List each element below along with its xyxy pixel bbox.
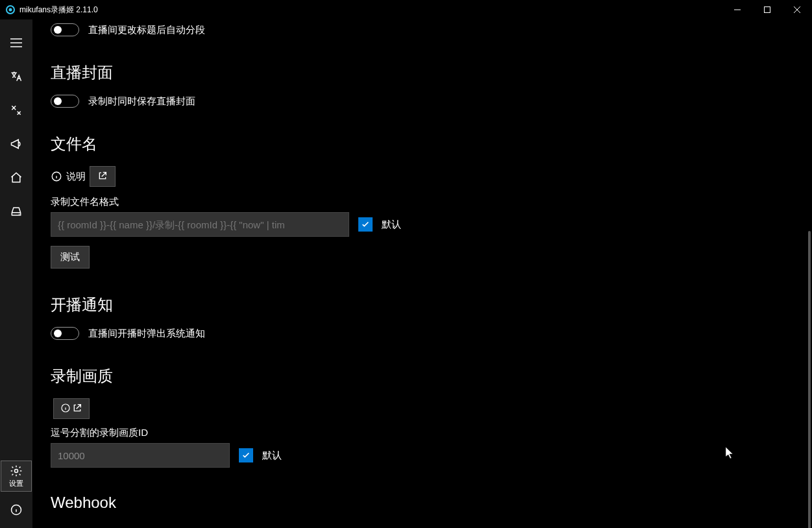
toggle-label: 录制时同时保存直播封面 <box>88 95 195 108</box>
titlebar: mikufans录播姬 2.11.0 <box>0 0 812 19</box>
toggle-save-cover[interactable] <box>51 95 79 108</box>
filename-field-label: 录制文件名格式 <box>51 196 794 208</box>
open-external-icon <box>97 171 108 183</box>
settings-scroll-area[interactable]: 直播间更改标题后自动分段 直播封面 录制时同时保存直播封面 文件名 说明 <box>32 19 812 528</box>
quality-default-checkbox[interactable] <box>239 448 253 462</box>
sidebar-item-language[interactable] <box>1 61 32 92</box>
maximize-button[interactable] <box>752 0 782 19</box>
sidebar-item-about[interactable] <box>1 494 32 525</box>
test-button[interactable]: 测试 <box>51 246 90 269</box>
sidebar-item-storage[interactable] <box>1 196 32 227</box>
sidebar-item-home[interactable] <box>1 162 32 193</box>
quality-id-input[interactable] <box>51 443 230 468</box>
setting-stream-notify: 直播间开播时弹出系统通知 <box>51 327 794 340</box>
minimize-button[interactable] <box>722 0 752 19</box>
section-title-quality: 录制画质 <box>51 366 794 387</box>
open-external-button[interactable] <box>90 166 116 187</box>
titlebar-left: mikufans录播姬 2.11.0 <box>5 5 98 16</box>
desc-label: 说明 <box>66 171 86 183</box>
sidebar-item-announce[interactable] <box>1 128 32 160</box>
section-title-webhook: Webhook <box>51 494 794 512</box>
filename-default-checkbox[interactable] <box>358 217 373 232</box>
close-button[interactable] <box>782 0 812 19</box>
app-icon <box>5 5 16 15</box>
megaphone-icon <box>10 138 23 150</box>
toggle-label: 直播间更改标题后自动分段 <box>88 24 205 36</box>
sidebar-item-label: 设置 <box>9 479 23 488</box>
section-title-cover: 直播封面 <box>51 62 794 83</box>
info-icon <box>10 503 23 516</box>
info-icon <box>51 171 62 182</box>
quality-help-button[interactable] <box>53 398 90 419</box>
filename-format-input[interactable] <box>51 212 349 237</box>
home-icon <box>10 171 23 184</box>
section-title-filename: 文件名 <box>51 134 794 154</box>
toggle-label: 直播间开播时弹出系统通知 <box>88 328 205 340</box>
svg-point-1 <box>9 8 12 12</box>
disk-icon <box>10 205 23 218</box>
toggle-auto-split[interactable] <box>51 23 79 36</box>
gear-icon <box>10 464 23 477</box>
window-controls <box>722 0 812 19</box>
sidebar: 设置 <box>0 19 32 528</box>
setting-save-cover: 录制时同时保存直播封面 <box>51 95 794 108</box>
filename-desc-row: 说明 <box>51 166 794 187</box>
translate-icon <box>10 70 23 83</box>
checkbox-label: 默认 <box>262 450 282 462</box>
filename-input-row: 默认 <box>51 212 794 237</box>
checkbox-label: 默认 <box>382 219 401 231</box>
scrollbar-thumb[interactable] <box>808 231 811 528</box>
open-external-icon <box>72 403 82 415</box>
sidebar-item-settings[interactable]: 设置 <box>1 461 32 492</box>
svg-rect-2 <box>765 7 770 13</box>
svg-point-3 <box>15 469 18 472</box>
section-title-notification: 开播通知 <box>51 294 794 315</box>
quality-input-row: 默认 <box>51 443 794 468</box>
toggle-stream-notify[interactable] <box>51 327 79 340</box>
info-icon <box>60 403 71 415</box>
app-title: mikufans录播姬 2.11.0 <box>19 5 98 16</box>
menu-toggle-button[interactable] <box>1 27 32 58</box>
sidebar-item-tools[interactable] <box>1 95 32 126</box>
setting-auto-split: 直播间更改标题后自动分段 <box>51 23 794 36</box>
quality-field-label: 逗号分割的录制画质ID <box>51 427 794 439</box>
hamburger-icon <box>10 36 23 49</box>
toolbox-icon <box>10 104 23 117</box>
